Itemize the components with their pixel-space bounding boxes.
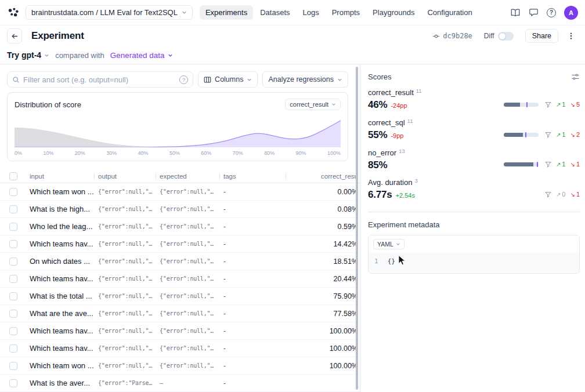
cell-tags: -	[219, 362, 286, 370]
experiment-subheader: Try gpt-4 compared with Generated data	[0, 46, 585, 64]
analyze-regressions-button[interactable]: Analyze regressions	[262, 71, 348, 88]
score-bar-marker	[526, 102, 528, 107]
row-checkbox[interactable]	[9, 362, 17, 370]
score-value: 85%	[368, 159, 387, 171]
help-icon[interactable]: ?	[547, 8, 556, 17]
diff-label: Diff	[484, 32, 494, 40]
feedback-chat-icon[interactable]	[529, 8, 539, 17]
score-bar-fill	[504, 133, 523, 137]
nav-item-logs[interactable]: Logs	[297, 5, 325, 20]
cell-output: {"error":null,"…	[94, 258, 156, 264]
metadata-code-area[interactable]: 1 {}	[369, 253, 579, 273]
table-row[interactable]: Which teams hav... {"error":null,"… {"er…	[0, 235, 360, 253]
nav-item-datasets[interactable]: Datasets	[254, 5, 295, 20]
row-checkbox[interactable]	[9, 223, 17, 231]
experiment-selector[interactable]: Try gpt-4	[7, 50, 49, 60]
cell-tags: -	[219, 379, 286, 387]
diff-toggle[interactable]	[498, 32, 514, 41]
filter-funnel-icon[interactable]	[545, 191, 551, 198]
row-checkbox[interactable]	[9, 205, 17, 213]
cell-expected: {"error":null,"…	[156, 241, 219, 247]
distribution-card: Distribution of score correct_result 0%1…	[7, 92, 348, 161]
filter-funnel-icon[interactable]	[545, 161, 551, 168]
more-menu-button[interactable]	[564, 29, 578, 43]
distribution-score-selector[interactable]: correct_result	[285, 99, 341, 110]
filter-help-icon[interactable]: ?	[179, 75, 188, 84]
x-axis-tick: 40%	[138, 150, 149, 156]
table-row[interactable]: Which team won ... {"error":null,"… {"er…	[0, 183, 360, 201]
score-bar-fill	[504, 103, 520, 107]
nav-item-prompts[interactable]: Prompts	[326, 5, 366, 20]
col-output[interactable]: output	[94, 173, 156, 180]
cell-expected: –	[156, 380, 219, 386]
filter-funnel-icon[interactable]	[545, 132, 551, 138]
metadata-editor: YAML 1 {}	[368, 235, 580, 274]
score-bar-fill	[504, 162, 533, 166]
row-checkbox[interactable]	[9, 257, 17, 266]
table-row[interactable]: What is the high... {"error":null,"… {"e…	[0, 201, 360, 218]
share-button[interactable]: Share	[525, 29, 558, 43]
nav-item-configuration[interactable]: Configuration	[421, 5, 478, 20]
col-expected[interactable]: expected	[156, 173, 219, 180]
score-name: correct_sql	[368, 118, 405, 128]
filter-funnel-icon[interactable]	[545, 101, 551, 108]
cell-output: {"error":null,"…	[94, 223, 156, 230]
col-input[interactable]: input	[26, 173, 94, 180]
table-row[interactable]: Which teams hav... {"error":null,"… {"er…	[0, 340, 360, 357]
score-settings-icon[interactable]	[571, 72, 580, 81]
chevron-down-icon	[247, 77, 252, 82]
row-checkbox[interactable]	[9, 240, 17, 248]
x-axis-tick: 20%	[75, 150, 85, 156]
score-bar	[504, 133, 539, 137]
back-button[interactable]	[7, 28, 22, 43]
commit-hash[interactable]: dc9b28e	[432, 32, 472, 40]
cell-output: {"error":null,"…	[94, 206, 156, 212]
table-header: input output expected tags correct_resu	[0, 169, 360, 183]
table-row[interactable]: Who led the leag... {"error":null,"… {"e…	[0, 218, 360, 235]
table-row[interactable]: Which teams hav... {"error":null,"… {"er…	[0, 270, 360, 288]
cell-score: 75.90%	[286, 292, 360, 300]
score-value: 6.77s	[368, 189, 392, 201]
score-delta: +2.54s	[396, 190, 415, 201]
table-row[interactable]: Which teams hav... {"error":null,"… {"er…	[0, 322, 360, 340]
table-row[interactable]: Which team won ... {"error":null,"… {"er…	[0, 357, 360, 375]
table-row[interactable]: What are the ave... {"error":null,"… {"e…	[0, 305, 360, 322]
cell-expected: {"error":null,"…	[156, 275, 219, 282]
row-checkbox[interactable]	[9, 275, 17, 283]
nav-item-playgrounds[interactable]: Playgrounds	[367, 5, 420, 20]
cell-output: {"error":null,"…	[94, 293, 156, 299]
vertical-scrollbar[interactable]	[356, 67, 358, 390]
avatar[interactable]: A	[564, 6, 578, 20]
cell-score: 100.00%	[286, 362, 360, 370]
select-all-checkbox[interactable]	[9, 172, 17, 180]
comparison-selector[interactable]: Generated data	[110, 51, 173, 60]
arrow-down-right-icon: ↘	[570, 101, 575, 108]
docs-book-icon[interactable]	[510, 8, 521, 18]
row-checkbox[interactable]	[9, 188, 17, 196]
nav-item-experiments[interactable]: Experiments	[200, 5, 253, 20]
results-table: input output expected tags correct_resu …	[0, 169, 360, 392]
cell-input: Which teams hav...	[26, 326, 94, 335]
row-checkbox[interactable]	[9, 310, 17, 318]
x-axis: 0%10%20%30%40%50%60%70%80%90%100%	[15, 149, 341, 158]
kebab-icon	[567, 32, 575, 40]
row-checkbox[interactable]	[9, 344, 17, 353]
cell-input: What is the total ...	[26, 292, 94, 300]
project-selector[interactable]: braintrustdata.com / LLM Eval for Text2S…	[26, 5, 193, 20]
table-row[interactable]: What is the aver... {"error":"Parse… – -	[0, 375, 360, 392]
cell-tags: -	[219, 257, 286, 266]
row-checkbox[interactable]	[9, 292, 17, 300]
table-row[interactable]: On which dates ... {"error":null,"… {"er…	[0, 253, 360, 270]
metadata-format-selector[interactable]: YAML	[373, 239, 405, 249]
cell-expected: {"error":null,"…	[156, 310, 219, 317]
col-tags[interactable]: tags	[219, 173, 286, 180]
row-checkbox[interactable]	[9, 327, 17, 335]
row-checkbox[interactable]	[9, 379, 17, 387]
table-row[interactable]: What is the total ... {"error":null,"… {…	[0, 288, 360, 305]
score-count: 13	[399, 147, 405, 156]
filter-input[interactable]	[23, 75, 176, 84]
columns-button[interactable]: Columns	[198, 71, 258, 88]
col-correct-result[interactable]: correct_resu	[286, 173, 360, 180]
table-body: Which team won ... {"error":null,"… {"er…	[0, 183, 360, 392]
score-name: Avg. duration	[368, 178, 412, 187]
